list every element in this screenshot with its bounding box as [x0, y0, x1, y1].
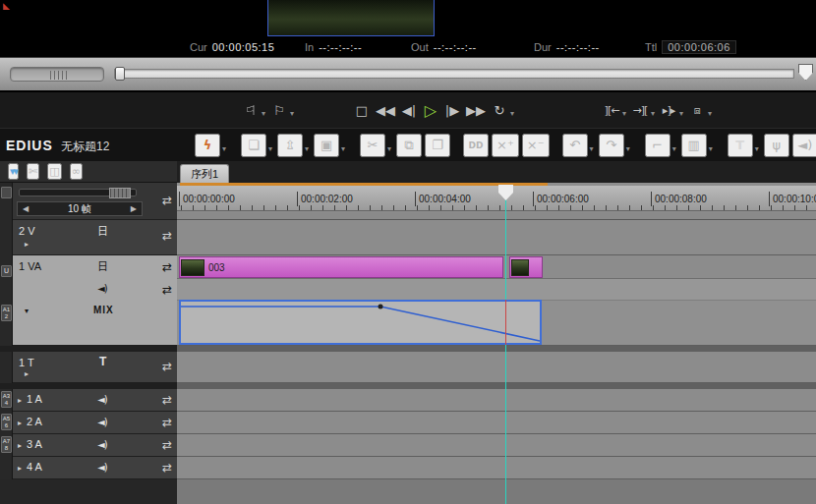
volume-rubberband[interactable] [181, 302, 540, 343]
timecode-ruler[interactable]: 00:00:00:00 00:00:02:00 00:00:04:00 00:0… [177, 186, 816, 211]
replace-button[interactable]: DD [463, 134, 489, 157]
trim-to-out-button[interactable]: →][ [630, 98, 650, 122]
playback-dropdown-icon[interactable]: ▾ [510, 109, 514, 118]
trim-dropdown-icon[interactable]: ▾ [651, 109, 655, 118]
video-clip[interactable]: 003 [179, 256, 503, 278]
play-button[interactable]: ▷ [421, 98, 440, 122]
expand-icon[interactable]: ▸ [18, 396, 22, 405]
va-audio-lane[interactable] [177, 279, 816, 301]
effects-dropdown-icon[interactable]: ▾ [222, 144, 226, 153]
route-toggle-icon[interactable]: ⇄ [162, 461, 172, 475]
rubberband-node[interactable] [379, 305, 383, 309]
track-content-2a[interactable] [177, 412, 816, 434]
audio-rubberband-clip[interactable] [179, 300, 542, 345]
marker-dropdown-icon[interactable]: ▾ [672, 144, 676, 153]
multicam-button[interactable]: ⧈ [687, 98, 707, 122]
timescale-spinner[interactable]: ◀ 10 帧 ▶ [17, 201, 143, 216]
audio-enable-icon[interactable]: ◄) [97, 439, 107, 450]
playhead-line[interactable] [505, 198, 506, 504]
sync-mode-icon[interactable]: ▾▾ [8, 163, 19, 180]
collapse-icon[interactable]: ▾ [25, 307, 29, 315]
audio-patch-button[interactable]: A7 8 [1, 436, 12, 453]
slider-handle[interactable] [109, 188, 131, 198]
layouter-button[interactable]: ▥ [681, 134, 707, 157]
mixer-label[interactable]: MIX [93, 305, 114, 315]
track-content-4a[interactable] [177, 457, 816, 479]
next-frame-button[interactable]: |▶ [442, 98, 462, 122]
redo-button[interactable]: ↷ [599, 134, 624, 157]
track-content-1a[interactable] [177, 389, 816, 412]
duplicate-button[interactable]: ❐ [425, 134, 450, 157]
audio-patch-button[interactable]: A3 4 [1, 391, 12, 408]
prev-frame-button[interactable]: ◀| [399, 98, 419, 122]
end-marker-icon[interactable] [798, 64, 813, 81]
route-toggle-icon[interactable]: ⇄ [162, 260, 172, 274]
effects-button[interactable]: ϟ [195, 134, 220, 157]
ripple-mode-icon[interactable]: ✄ [27, 163, 39, 180]
audio-patch-button[interactable]: A5 6 [1, 414, 12, 430]
route-toggle-icon[interactable]: ⇄ [162, 283, 172, 297]
va-video-lane[interactable]: 003 [177, 255, 816, 279]
mark-out-dropdown-icon[interactable]: ▾ [290, 109, 294, 118]
expand-icon[interactable]: ▸ [18, 464, 22, 473]
title-dropdown-icon[interactable]: ▾ [755, 144, 759, 153]
track-label[interactable]: 4 A [27, 461, 42, 473]
mark-in-dropdown-icon[interactable]: ▾ [262, 109, 265, 118]
loop-play-button[interactable]: ↻ [490, 98, 509, 122]
position-handle[interactable] [115, 67, 125, 81]
cut-button[interactable]: ✂ [360, 134, 385, 157]
track-height-slider[interactable] [19, 189, 137, 196]
fast-forward-button[interactable]: ▶▶ [464, 98, 488, 122]
redo-dropdown-icon[interactable]: ▾ [626, 144, 630, 153]
shuttle-slider[interactable] [10, 67, 104, 82]
video-enable-icon[interactable]: 日 [97, 259, 108, 274]
audio-patch-button[interactable]: A1 2 [1, 305, 12, 321]
position-track[interactable] [114, 69, 794, 79]
sequence-tab[interactable]: 序列1 [180, 164, 229, 183]
new-sequence-dropdown-icon[interactable]: ▾ [268, 144, 272, 153]
export-dropdown-icon[interactable]: ▾ [305, 144, 309, 153]
undo-button[interactable]: ↶ [562, 134, 588, 157]
route-toggle-icon[interactable]: ⇄ [162, 416, 172, 429]
patch-toggle[interactable] [1, 187, 12, 198]
trim-to-in-button[interactable]: ][← [602, 98, 621, 122]
save-dropdown-icon[interactable]: ▾ [341, 144, 345, 153]
title-tool-button[interactable]: T [728, 134, 753, 157]
track-content-1t[interactable] [177, 352, 816, 383]
copy-button[interactable]: ⧉ [396, 134, 422, 157]
track-label[interactable]: 1 A [27, 393, 42, 405]
layouter-dropdown-icon[interactable]: ▾ [709, 144, 713, 153]
trim-slide-button[interactable]: ▸]▸ [659, 98, 678, 122]
voiceover-button[interactable]: ψ [764, 134, 789, 157]
cut-dropdown-icon[interactable]: ▾ [387, 144, 391, 153]
expand-icon[interactable]: ▸ [25, 369, 29, 378]
route-toggle-icon[interactable]: ⇄ [162, 229, 172, 243]
mark-out-button[interactable]: ⚐ [269, 98, 289, 122]
route-toggle-icon[interactable]: ⇄ [162, 194, 172, 207]
track-label[interactable]: 3 A [27, 438, 42, 450]
insert-mode-icon[interactable]: ◫ [47, 163, 61, 180]
track-content-3a[interactable] [177, 434, 816, 457]
audio-enable-icon[interactable]: ◄) [97, 462, 107, 473]
video-clip[interactable] [509, 256, 543, 278]
trim-dropdown-icon[interactable]: ▾ [622, 109, 626, 118]
link-mode-icon[interactable]: ∞ [70, 163, 83, 180]
track-label[interactable]: 2 V [19, 225, 35, 237]
marker-button[interactable]: ⌐ [645, 134, 670, 157]
audio-enable-icon[interactable]: ◄) [97, 394, 107, 405]
title-track-icon[interactable]: T [99, 355, 106, 368]
undo-dropdown-icon[interactable]: ▾ [590, 144, 594, 153]
spinner-left-icon[interactable]: ◀ [23, 204, 29, 213]
expand-icon[interactable]: ▸ [18, 441, 22, 450]
audio-enable-icon[interactable]: ◄) [97, 417, 107, 427]
mark-in-button[interactable]: ⚐ [241, 98, 261, 122]
stop-button[interactable]: □ [352, 98, 372, 122]
expand-icon[interactable]: ▸ [25, 240, 29, 249]
spinner-right-icon[interactable]: ▶ [131, 204, 137, 213]
export-button[interactable]: ⇫ [277, 134, 303, 157]
multicam-dropdown-icon[interactable]: ▾ [708, 109, 712, 118]
track-label[interactable]: 1 VA [19, 260, 41, 272]
route-toggle-icon[interactable]: ⇄ [162, 393, 172, 407]
save-button[interactable]: ▣ [314, 134, 339, 157]
audio-enable-icon[interactable]: ◄) [97, 283, 107, 294]
